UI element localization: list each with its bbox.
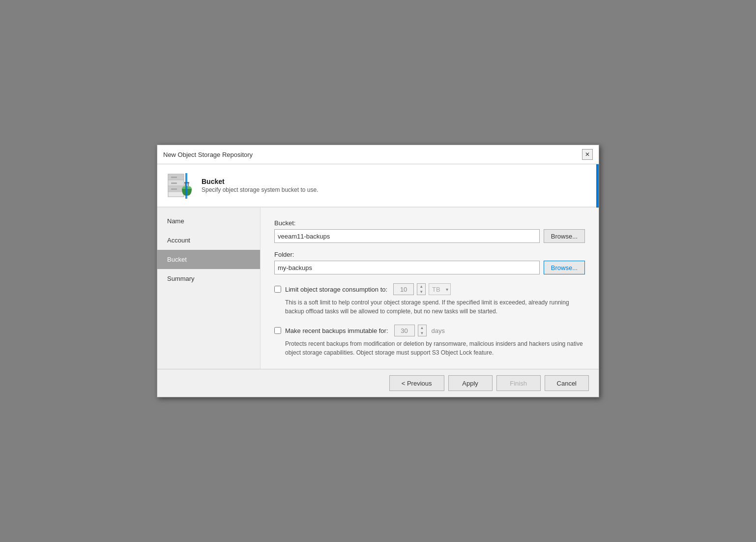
limit-checkbox-row: Limit object storage consumption to: ▲ ▼… xyxy=(274,283,585,295)
limit-spinner-group: ▲ ▼ TB GB xyxy=(393,283,451,295)
svg-rect-5 xyxy=(171,182,177,184)
svg-rect-9 xyxy=(185,173,187,199)
title-bar: New Object Storage Repository ✕ xyxy=(157,145,599,164)
bucket-input[interactable] xyxy=(274,229,540,243)
immutable-spinner-down[interactable]: ▼ xyxy=(418,331,426,336)
immutable-value-input[interactable] xyxy=(394,325,415,336)
content-area: Name Account Bucket Summary Bucket: Brow… xyxy=(157,208,599,369)
bucket-icon xyxy=(167,172,194,199)
immutable-checkbox-row: Make recent backups immutable for: ▲ ▼ d… xyxy=(274,325,585,336)
limit-spinner-buttons: ▲ ▼ xyxy=(417,283,426,295)
header-wrapper: Bucket Specify object storage system buc… xyxy=(157,164,599,208)
folder-input-row: Browse... xyxy=(274,261,585,274)
limit-spinner-down[interactable]: ▼ xyxy=(417,289,425,295)
limit-checkbox[interactable] xyxy=(274,286,281,293)
main-content: Bucket: Browse... Folder: Browse... Limi… xyxy=(261,208,599,369)
sidebar-item-summary[interactable]: Summary xyxy=(157,269,260,288)
folder-group: Folder: Browse... xyxy=(274,251,585,274)
svg-rect-6 xyxy=(171,188,177,190)
limit-value-input[interactable] xyxy=(393,283,414,295)
sidebar-item-name[interactable]: Name xyxy=(157,211,260,231)
immutable-description: Protects recent backups from modificatio… xyxy=(285,339,585,357)
apply-button[interactable]: Apply xyxy=(448,375,493,391)
dialog: New Object Storage Repository ✕ xyxy=(157,145,599,397)
immutable-spinner-group: ▲ ▼ days xyxy=(394,325,445,336)
sidebar-item-account[interactable]: Account xyxy=(157,231,260,250)
cancel-button[interactable]: Cancel xyxy=(545,375,589,391)
footer: < Previous Apply Finish Cancel xyxy=(157,369,599,397)
bucket-input-row: Browse... xyxy=(274,229,585,243)
sidebar-item-bucket[interactable]: Bucket xyxy=(157,250,260,269)
header-subtitle: Specify object storage system bucket to … xyxy=(202,186,318,193)
header-section: Bucket Specify object storage system buc… xyxy=(157,164,599,208)
sidebar: Name Account Bucket Summary xyxy=(157,208,261,369)
folder-label: Folder: xyxy=(274,251,585,258)
limit-unit-wrapper: TB GB xyxy=(429,283,451,295)
folder-input[interactable] xyxy=(274,261,540,274)
immutable-spinner-up[interactable]: ▲ xyxy=(418,325,426,331)
svg-rect-4 xyxy=(171,177,177,178)
limit-description: This is a soft limit to help control you… xyxy=(285,298,585,316)
limit-spinner-up[interactable]: ▲ xyxy=(417,284,425,289)
header-text: Bucket Specify object storage system buc… xyxy=(202,178,318,193)
previous-button[interactable]: < Previous xyxy=(389,375,444,391)
dialog-title: New Object Storage Repository xyxy=(163,151,253,158)
bucket-group: Bucket: Browse... xyxy=(274,219,585,243)
immutable-spinner-buttons: ▲ ▼ xyxy=(418,325,427,336)
close-button[interactable]: ✕ xyxy=(582,149,593,160)
bucket-label: Bucket: xyxy=(274,219,585,227)
immutable-unit-label: days xyxy=(432,327,445,334)
limit-checkbox-label: Limit object storage consumption to: xyxy=(285,286,387,293)
folder-browse-button[interactable]: Browse... xyxy=(544,261,585,274)
finish-button[interactable]: Finish xyxy=(496,375,541,391)
immutable-checkbox-label: Make recent backups immutable for: xyxy=(285,327,388,334)
limit-unit-select[interactable]: TB GB xyxy=(429,283,451,295)
header-title: Bucket xyxy=(202,178,318,185)
bucket-browse-button[interactable]: Browse... xyxy=(544,229,585,243)
immutable-checkbox[interactable] xyxy=(274,327,281,334)
blue-accent xyxy=(596,164,599,208)
